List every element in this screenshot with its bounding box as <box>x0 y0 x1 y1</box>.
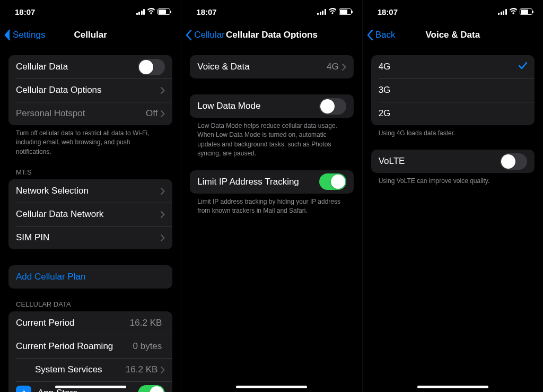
wifi-icon <box>328 8 337 15</box>
home-indicator[interactable] <box>417 386 488 388</box>
chevron-right-icon <box>161 234 165 241</box>
status-bar: 18:07 <box>0 0 181 23</box>
row-roaming[interactable]: Current Period Roaming 0 bytes <box>8 335 172 358</box>
status-icons <box>498 8 532 15</box>
group-low-data: Low Data Mode <box>190 94 353 118</box>
group-volte: VoLTE <box>371 150 535 173</box>
row-cellular-data[interactable]: Cellular Data <box>8 55 172 79</box>
system-services-label: System Services <box>35 364 126 375</box>
row-data-network[interactable]: Cellular Data Network <box>8 203 172 226</box>
data-network-label: Cellular Data Network <box>16 209 161 220</box>
group-network-type: 4G 3G 2G <box>371 55 535 125</box>
limit-ip-toggle[interactable] <box>319 173 346 190</box>
row-3g[interactable]: 3G <box>371 79 535 102</box>
appstore-toggle[interactable] <box>138 385 165 392</box>
row-volte[interactable]: VoLTE <box>371 150 535 173</box>
row-2g[interactable]: 2G <box>371 102 535 125</box>
status-time: 18:07 <box>15 7 35 16</box>
signal-icon <box>317 9 326 15</box>
row-system-services[interactable]: System Services 16.2 KB <box>8 358 172 381</box>
chevron-left-icon <box>186 30 192 40</box>
limit-ip-footer: Limit IP address tracking by hiding your… <box>190 194 353 216</box>
roaming-label: Current Period Roaming <box>16 341 133 352</box>
back-button[interactable]: Settings <box>4 30 45 40</box>
low-data-label: Low Data Mode <box>197 101 319 111</box>
low-data-toggle[interactable] <box>319 98 346 115</box>
limit-ip-label: Limit IP Address Tracking <box>197 177 319 187</box>
row-network-selection[interactable]: Network Selection <box>8 179 172 203</box>
row-hotspot[interactable]: Personal Hotspot Off <box>8 102 172 125</box>
carrier-header: MT:S <box>8 156 172 179</box>
row-add-plan[interactable]: Add Cellular Plan <box>8 265 172 289</box>
sim-pin-label: SIM PIN <box>16 232 161 243</box>
status-icons <box>317 8 352 15</box>
status-bar: 18:07 <box>181 0 362 23</box>
battery-icon <box>520 8 532 15</box>
row-sim-pin[interactable]: SIM PIN <box>8 226 172 249</box>
volte-toggle[interactable] <box>500 153 527 170</box>
low-data-footer: Low Data Mode helps reduce cellular data… <box>190 118 353 159</box>
cellular-data-toggle[interactable] <box>138 59 165 75</box>
group-usage: Current Period 16.2 KB Current Period Ro… <box>8 311 172 392</box>
system-services-value: 16.2 KB <box>126 364 158 375</box>
signal-icon <box>498 9 507 15</box>
cellular-data-label: Cellular Data <box>16 62 138 72</box>
home-indicator[interactable] <box>55 386 126 388</box>
battery-icon <box>339 8 352 15</box>
content[interactable]: Voice & Data 4G Low Data Mode Low Data M… <box>181 47 362 392</box>
phone-data-options: 18:07 Cellular Cellular Data Options Voi… <box>181 0 362 392</box>
opt-4g-label: 4G <box>379 62 519 72</box>
nav-title: Voice & Data <box>425 30 480 40</box>
status-time: 18:07 <box>378 7 398 16</box>
network-footer: Using 4G loads data faster. <box>371 125 535 138</box>
voice-data-label: Voice & Data <box>197 62 327 72</box>
checkmark-icon <box>519 62 527 72</box>
home-indicator[interactable] <box>236 386 307 388</box>
usage-header: CELLULAR DATA <box>8 289 172 311</box>
navbar: Back Voice & Data <box>363 23 543 47</box>
signal-icon <box>136 9 145 15</box>
roaming-value: 0 bytes <box>133 341 162 352</box>
status-bar: 18:07 <box>363 0 543 23</box>
status-time: 18:07 <box>196 7 216 16</box>
opt-2g-label: 2G <box>379 108 527 119</box>
content[interactable]: 4G 3G 2G Using 4G loads data faster. VoL… <box>363 47 543 392</box>
back-button[interactable]: Back <box>367 30 396 40</box>
row-voice-data[interactable]: Voice & Data 4G <box>190 55 353 79</box>
chevron-right-icon <box>161 188 165 195</box>
cellular-options-label: Cellular Data Options <box>16 85 161 95</box>
group-limit-ip: Limit IP Address Tracking <box>190 170 353 194</box>
chevron-right-icon <box>161 110 165 117</box>
phone-cellular: 18:07 Settings Cellular Cellular Data Ce… <box>0 0 181 392</box>
back-button[interactable]: Cellular <box>186 30 225 40</box>
row-low-data[interactable]: Low Data Mode <box>190 94 353 118</box>
group-voice-data: Voice & Data 4G <box>190 55 353 79</box>
chevron-right-icon <box>342 64 346 71</box>
row-limit-ip[interactable]: Limit IP Address Tracking <box>190 170 353 194</box>
appstore-label: App Store <box>38 388 138 392</box>
volte-label: VoLTE <box>379 156 500 167</box>
chevron-right-icon <box>161 211 165 218</box>
voice-data-value: 4G <box>327 62 339 72</box>
network-selection-label: Network Selection <box>16 186 161 196</box>
battery-icon <box>157 8 170 15</box>
volte-footer: Using VoLTE can improve voice quality. <box>371 173 535 186</box>
chevron-right-icon <box>161 367 165 373</box>
wifi-icon <box>509 8 518 15</box>
phone-voice-data: 18:07 Back Voice & Data 4G 3G 2G Using 4 <box>362 0 543 392</box>
row-4g[interactable]: 4G <box>371 55 535 79</box>
content[interactable]: Cellular Data Cellular Data Options Pers… <box>0 47 181 392</box>
add-plan-label: Add Cellular Plan <box>16 272 165 282</box>
group-add-plan: Add Cellular Plan <box>8 265 172 289</box>
wifi-icon <box>147 8 155 15</box>
chevron-right-icon <box>161 87 165 94</box>
status-icons <box>136 8 171 15</box>
row-cellular-options[interactable]: Cellular Data Options <box>8 79 172 102</box>
current-period-label: Current Period <box>16 318 130 328</box>
navbar: Settings Cellular <box>0 23 181 47</box>
chevron-left-icon <box>4 30 11 40</box>
nav-title: Cellular Data Options <box>226 30 318 40</box>
row-current-period[interactable]: Current Period 16.2 KB <box>8 311 172 335</box>
current-period-value: 16.2 KB <box>130 318 162 328</box>
nav-title: Cellular <box>74 30 107 40</box>
